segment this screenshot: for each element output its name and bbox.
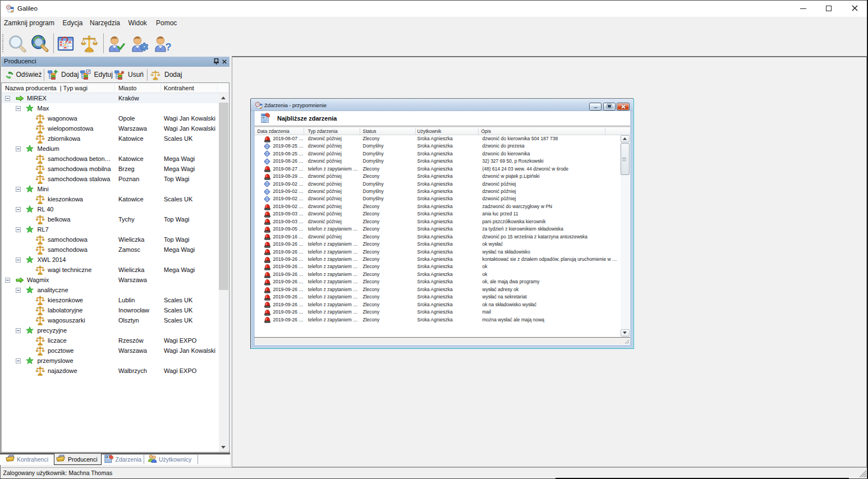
- svg-text:?: ?: [166, 42, 172, 53]
